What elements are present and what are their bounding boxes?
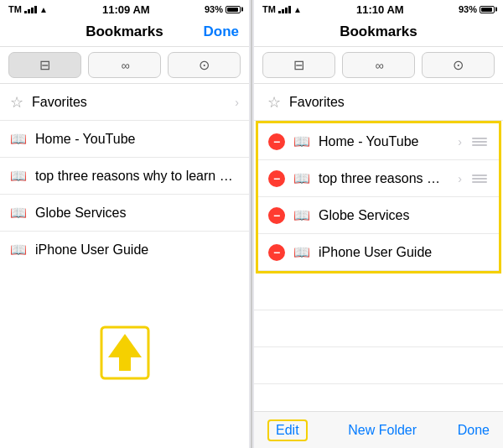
- right-text-iphone: iPhone User Guide: [319, 245, 489, 260]
- favorites-star-icon: ☆: [10, 93, 23, 112]
- delete-youtube-button[interactable]: −: [268, 133, 285, 150]
- left-bookmark-globe[interactable]: 📖 Globe Services: [0, 195, 249, 232]
- right-history-icon: ⊙: [453, 57, 464, 73]
- up-arrow: [100, 326, 150, 380]
- left-status-left: TM ▲: [8, 4, 48, 14]
- right-tab-bookmarks[interactable]: ⊟: [262, 52, 335, 78]
- right-header-title: Bookmarks: [340, 23, 417, 40]
- left-status-bar: TM ▲ 11:09 AM 93%: [0, 0, 249, 17]
- right-book-icon-4: 📖: [293, 244, 310, 260]
- right-status-right: 93%: [459, 4, 495, 14]
- left-bookmark-iphone[interactable]: 📖 iPhone User Guide: [0, 232, 249, 258]
- bookmark-text-reasons: top three reasons why to learn secon…: [35, 169, 239, 184]
- right-footer: Edit New Folder Done: [254, 411, 503, 448]
- history-icon: ⊙: [199, 57, 210, 73]
- left-bookmark-reasons[interactable]: 📖 top three reasons why to learn secon…: [0, 158, 249, 195]
- bookmark-book-icon-4: 📖: [10, 242, 27, 258]
- left-header: Bookmarks Done: [0, 17, 249, 47]
- right-text-youtube: Home - YouTube: [319, 134, 449, 149]
- drag-handle-youtube[interactable]: [470, 136, 489, 148]
- left-tab-bar: ⊟ ∞ ⊙: [0, 47, 249, 84]
- favorites-chevron-icon: ›: [235, 96, 239, 109]
- left-done-button[interactable]: Done: [204, 23, 240, 40]
- left-tab-history[interactable]: ⊙: [168, 52, 241, 78]
- right-tab-bar: ⊟ ∞ ⊙: [254, 47, 503, 84]
- right-bookmark-reasons[interactable]: − 📖 top three reasons why t… ›: [258, 160, 499, 197]
- edit-button[interactable]: Edit: [267, 419, 308, 441]
- left-battery-pct: 93%: [205, 4, 223, 14]
- right-bookmark-globe[interactable]: − 📖 Globe Services: [258, 197, 499, 234]
- right-book-icon-2: 📖: [293, 170, 310, 186]
- right-header: Bookmarks: [254, 17, 503, 47]
- drag-handle-reasons[interactable]: [470, 173, 489, 185]
- right-favorites-item[interactable]: ☆ Favorites: [254, 84, 503, 121]
- right-text-globe: Globe Services: [319, 208, 489, 223]
- left-wifi-icon: ▲: [39, 5, 48, 14]
- right-empty-lines: [254, 273, 503, 411]
- left-tab-reading[interactable]: ∞: [88, 52, 161, 78]
- right-youtube-chevron-icon: ›: [458, 135, 462, 148]
- right-book-icon-1: 📖: [293, 133, 310, 149]
- left-arrows-area: [0, 258, 249, 448]
- left-signal-bars: [24, 5, 37, 13]
- bookmark-book-icon-3: 📖: [10, 205, 27, 221]
- right-signal-bars: [278, 5, 291, 13]
- right-battery-pct: 93%: [459, 4, 477, 14]
- left-status-right: 93%: [205, 4, 241, 14]
- bookmark-book-icon-2: 📖: [10, 168, 27, 184]
- left-carrier: TM: [8, 4, 22, 14]
- delete-reasons-button[interactable]: −: [268, 170, 285, 187]
- right-favorites-label: Favorites: [289, 95, 493, 110]
- left-bookmark-list: ☆ Favorites › 📖 Home - YouTube 📖 top thr…: [0, 84, 249, 258]
- right-bookmark-list: ☆ Favorites − 📖 Home - YouTube › −: [254, 84, 503, 411]
- right-panel: TM ▲ 11:10 AM 93% Bookmarks: [254, 0, 503, 448]
- right-time: 11:10 AM: [356, 3, 404, 16]
- left-favorites-item[interactable]: ☆ Favorites ›: [0, 84, 249, 121]
- panel-divider: [251, 0, 252, 448]
- right-favorites-star-icon: ☆: [267, 93, 281, 112]
- right-tab-reading[interactable]: ∞: [342, 52, 415, 78]
- favorites-label: Favorites: [32, 95, 226, 110]
- right-bookmarks-icon: ⊟: [293, 57, 304, 73]
- bookmark-text-iphone: iPhone User Guide: [35, 242, 239, 258]
- right-tab-history[interactable]: ⊙: [422, 52, 495, 78]
- right-text-reasons: top three reasons why t…: [319, 171, 449, 186]
- bookmarks-icon: ⊟: [39, 57, 50, 73]
- reading-list-icon: ∞: [122, 59, 128, 72]
- right-status-bar: TM ▲ 11:10 AM 93%: [254, 0, 503, 17]
- bookmark-book-icon-1: 📖: [10, 131, 27, 147]
- footer-done-button[interactable]: Done: [458, 423, 490, 438]
- left-tab-bookmarks[interactable]: ⊟: [8, 52, 81, 78]
- right-reading-icon: ∞: [376, 59, 382, 72]
- right-status-left: TM ▲: [262, 4, 302, 14]
- right-reasons-chevron-icon: ›: [458, 172, 462, 185]
- right-wifi-icon: ▲: [293, 5, 302, 14]
- right-book-icon-3: 📖: [293, 207, 310, 223]
- left-time: 11:09 AM: [102, 3, 150, 16]
- bookmark-text-globe: Globe Services: [35, 206, 239, 221]
- delete-globe-button[interactable]: −: [268, 207, 285, 224]
- delete-iphone-button[interactable]: −: [268, 244, 285, 261]
- right-carrier: TM: [262, 4, 276, 14]
- left-header-title: Bookmarks: [86, 23, 163, 40]
- left-panel: TM ▲ 11:09 AM 93% Bookmarks Done: [0, 0, 249, 448]
- editable-items-box: − 📖 Home - YouTube › − 📖 top three reaso…: [256, 121, 501, 273]
- left-battery-icon: [226, 6, 241, 13]
- svg-rect-2: [119, 357, 131, 371]
- new-folder-button[interactable]: New Folder: [348, 423, 417, 438]
- right-bookmark-iphone[interactable]: − 📖 iPhone User Guide: [258, 234, 499, 271]
- right-battery-icon: [480, 6, 495, 13]
- left-bookmark-youtube[interactable]: 📖 Home - YouTube: [0, 121, 249, 158]
- right-bookmark-youtube[interactable]: − 📖 Home - YouTube ›: [258, 123, 499, 160]
- bookmark-text-youtube: Home - YouTube: [35, 132, 239, 147]
